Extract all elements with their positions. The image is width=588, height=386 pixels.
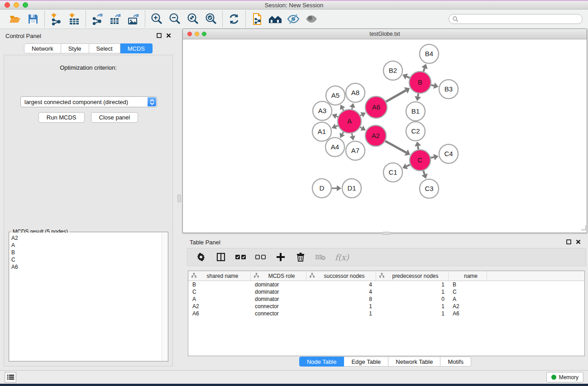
network-window-titlebar[interactable]: testGlobe.txt [183, 29, 587, 39]
node-table[interactable]: shared nameMCDS rolesuccessor nodesprede… [188, 271, 585, 356]
table-cell[interactable]: 1 [376, 303, 449, 310]
create-column-icon[interactable] [275, 252, 286, 262]
run-mcds-button[interactable]: Run MCDS [38, 112, 85, 123]
delete-columns-icon[interactable] [295, 252, 306, 262]
open-file-icon[interactable] [8, 12, 22, 26]
optimization-criterion-select[interactable]: largest connected component (directed) [20, 96, 157, 107]
table-cell[interactable]: A [449, 295, 487, 303]
mcds-result-list[interactable]: A2ABCA6 [10, 233, 167, 361]
edge-A-A7[interactable] [352, 133, 352, 136]
table-cell[interactable]: B [449, 281, 487, 288]
result-item[interactable]: C [10, 256, 167, 263]
tab-node-table[interactable]: Node Table [299, 357, 344, 367]
table-row[interactable]: A6connector11A6 [188, 310, 584, 317]
table-cell[interactable]: dominator [251, 281, 306, 288]
table-cell[interactable]: 1 [376, 281, 449, 288]
table-cell[interactable]: 1 [376, 288, 449, 295]
apply-layout-icon[interactable] [227, 12, 241, 26]
column-header-name[interactable]: name [449, 271, 487, 281]
import-network-icon[interactable] [49, 12, 63, 26]
table-cell[interactable]: dominator [251, 288, 306, 295]
edge-A-A6[interactable] [360, 115, 362, 116]
table-cell[interactable]: connector [251, 310, 306, 317]
table-cell[interactable]: A2 [188, 303, 251, 310]
table-cell[interactable]: 1 [306, 303, 376, 310]
edge-B-B1[interactable] [418, 94, 418, 97]
table-cell[interactable]: 4 [306, 288, 376, 295]
table-cell[interactable]: connector [251, 303, 306, 310]
tab-motifs[interactable]: Motifs [440, 357, 471, 367]
edge-C-C4[interactable] [430, 157, 434, 158]
column-header-predecessor-nodes[interactable]: predecessor nodes [376, 271, 449, 281]
function-builder-icon[interactable]: f(x) [335, 253, 349, 262]
save-session-icon[interactable] [26, 12, 40, 26]
close-panel-icon[interactable] [166, 32, 171, 40]
horizontal-splitter-handle[interactable] [382, 232, 391, 235]
table-cell[interactable]: 1 [376, 310, 449, 317]
edge-A2-C[interactable] [385, 141, 406, 153]
edge-C-C2[interactable] [418, 146, 418, 150]
edge-A-A4[interactable] [342, 132, 344, 134]
edge-A-A5[interactable] [343, 109, 344, 110]
result-list-scrollbar[interactable] [162, 233, 167, 361]
network-canvas[interactable]: B4B2BB3A5A8A6A3B1AA1C2A2A4A7C4CC1DD1C3 [183, 39, 587, 233]
edge-C-C1[interactable] [406, 165, 410, 167]
result-item[interactable]: A [10, 242, 167, 249]
show-columns-icon[interactable] [215, 252, 226, 262]
edge-B-B3[interactable] [431, 85, 434, 86]
tab-network-table[interactable]: Network Table [388, 357, 440, 367]
table-cell[interactable]: 4 [306, 281, 376, 288]
delete-table-icon[interactable] [315, 252, 326, 262]
column-header-MCDS-role[interactable]: MCDS role [251, 271, 306, 281]
window-resize-grip[interactable] [581, 224, 586, 232]
vertical-splitter-handle[interactable] [177, 195, 181, 202]
tab-mcds[interactable]: MCDS [120, 43, 153, 53]
zoom-in-icon[interactable] [149, 12, 164, 26]
edge-A6-B[interactable] [386, 91, 406, 102]
close-panel-button[interactable]: Close panel [91, 112, 139, 123]
task-history-button[interactable] [5, 372, 16, 383]
search-input[interactable] [449, 14, 583, 24]
zoom-fit-icon[interactable] [186, 12, 200, 26]
edge-A-A2[interactable] [360, 127, 362, 128]
table-options-icon[interactable] [196, 252, 206, 262]
table-cell[interactable]: B [188, 281, 251, 288]
tab-edge-table[interactable]: Edge Table [344, 357, 388, 367]
import-table-icon[interactable] [67, 12, 81, 26]
first-neighbors-icon[interactable] [268, 12, 282, 26]
edge-B-B2[interactable] [406, 76, 410, 78]
close-table-panel-icon[interactable] [576, 238, 581, 246]
tab-style[interactable]: Style [61, 43, 89, 53]
table-row[interactable]: Adominator80A [188, 295, 584, 303]
column-header-successor-nodes[interactable]: successor nodes [306, 271, 376, 281]
edge-A-A8[interactable] [352, 107, 352, 109]
table-cell[interactable]: A6 [449, 310, 487, 317]
table-cell[interactable]: 1 [306, 310, 376, 317]
table-row[interactable]: Bdominator41B [188, 281, 584, 288]
edge-C-C3[interactable] [423, 171, 425, 175]
table-row[interactable]: A2connector11A2 [188, 303, 584, 310]
table-cell[interactable]: dominator [251, 295, 306, 303]
table-row[interactable]: Cdominator41C [188, 288, 584, 295]
table-cell[interactable]: 8 [306, 295, 376, 303]
select-all-columns-icon[interactable] [235, 252, 246, 262]
export-network-icon[interactable] [90, 12, 105, 26]
memory-button[interactable]: Memory [546, 372, 583, 382]
result-item[interactable]: B [10, 249, 167, 256]
edge-B-B4[interactable] [424, 68, 425, 71]
result-item[interactable]: A2 [10, 234, 167, 242]
result-item[interactable]: A6 [10, 263, 167, 271]
export-table-icon[interactable] [108, 12, 123, 26]
table-cell[interactable]: A2 [449, 303, 487, 310]
table-cell[interactable]: C [449, 288, 487, 295]
float-panel-icon[interactable] [157, 32, 162, 40]
float-table-panel-icon[interactable] [566, 238, 571, 246]
tab-select[interactable]: Select [89, 43, 120, 53]
column-header-shared-name[interactable]: shared name [188, 271, 251, 281]
zoom-out-icon[interactable] [167, 12, 182, 26]
export-image-icon[interactable] [126, 12, 141, 26]
edge-A-A3[interactable] [336, 116, 338, 117]
table-cell[interactable]: C [188, 288, 251, 295]
unselect-all-columns-icon[interactable] [255, 252, 266, 262]
edge-A-A1[interactable] [336, 126, 338, 127]
